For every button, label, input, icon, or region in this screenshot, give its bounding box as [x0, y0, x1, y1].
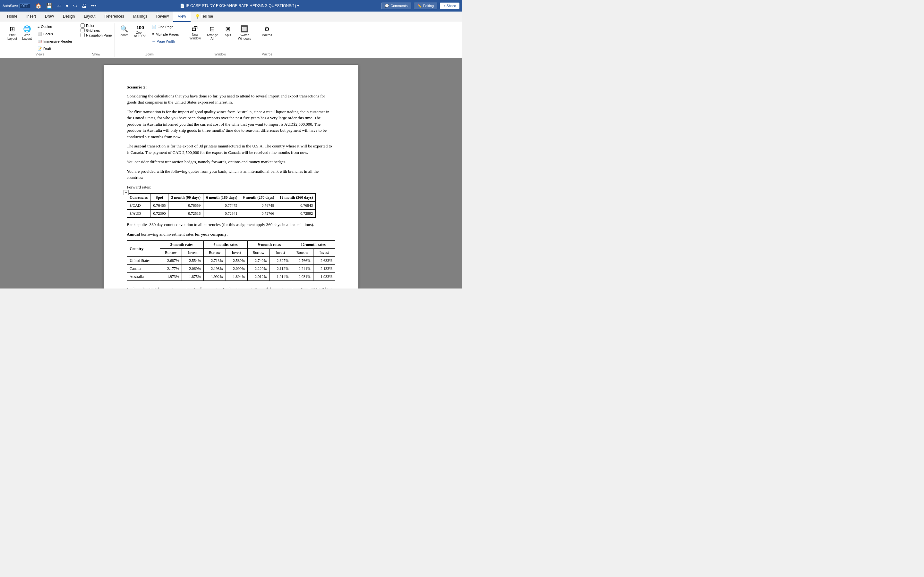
print-layout-icon: ⊞ — [10, 25, 15, 33]
autosave-toggle[interactable]: OFF — [19, 3, 30, 8]
arrange-all-button[interactable]: ⊟ ArrangeAll — [204, 23, 220, 42]
immersive-reader-button[interactable]: 📖 Immersive Reader — [35, 38, 74, 45]
split-icon: ⊠ — [225, 25, 231, 33]
zoom-icon: 🔍 — [120, 25, 128, 33]
ann-header-9m: 9-month rates — [247, 241, 291, 249]
tab-mailings[interactable]: Mailings — [129, 11, 152, 22]
tab-insert[interactable]: Insert — [22, 11, 40, 22]
tab-tellme[interactable]: 💡 Tell me — [191, 11, 218, 22]
comments-button[interactable]: 💬 Comments — [381, 3, 411, 9]
ann-sub-borrow1: Borrow — [160, 249, 182, 257]
table-add-btn[interactable]: + — [124, 190, 129, 195]
macros-group-content: ⚙ Macros — [259, 23, 274, 52]
ann-header-6m: 6 months rates — [204, 241, 248, 249]
multiple-pages-icon: ⧉ — [152, 32, 154, 36]
ruler-checkbox-label[interactable]: Ruler — [81, 23, 112, 27]
fwd-row-aud: $/AUD 0.72390 0.72516 0.72641 0.72766 0.… — [127, 210, 316, 218]
undo-dropdown[interactable]: ▾ — [65, 2, 69, 10]
tab-view[interactable]: View — [173, 11, 191, 22]
comments-label: Comments — [391, 4, 407, 8]
para3-prefix: The — [127, 143, 134, 148]
undo-btn[interactable]: ↩ — [56, 2, 63, 10]
split-button[interactable]: ⊠ Split — [222, 23, 234, 39]
views-group: ⊞ PrintLayout 🌐 WebLayout ≡ Outline ⬜ — [3, 23, 78, 57]
autosave-label: AutoSave — [3, 4, 18, 8]
tab-draw[interactable]: Draw — [40, 11, 58, 22]
ribbon-content: ⊞ PrintLayout 🌐 WebLayout ≡ Outline ⬜ — [0, 22, 462, 58]
forward-rates-table: Currencies Spot 3 month (90 days) 6 mont… — [127, 193, 316, 218]
focus-button[interactable]: ⬜ Focus — [35, 31, 74, 37]
share-label: Share — [447, 4, 456, 8]
macros-group: ⚙ Macros Macros — [257, 23, 277, 57]
tab-home[interactable]: Home — [3, 11, 22, 22]
autosave-section: AutoSave OFF — [3, 3, 30, 8]
right-actions: 💬 Comments ✏️ Editing ↑ Share — [381, 3, 459, 9]
gridlines-checkbox[interactable] — [81, 28, 85, 32]
multiple-pages-button[interactable]: ⧉ Multiple Pages — [150, 31, 181, 37]
arrange-all-icon: ⊟ — [210, 25, 215, 33]
more-btn[interactable]: ••• — [90, 2, 98, 9]
web-layout-button[interactable]: 🌐 WebLayout — [20, 23, 34, 42]
annual-label: Annual borrowing and investment rates fo… — [127, 231, 335, 237]
macros-icon: ⚙ — [264, 25, 270, 33]
para2-prefix: The — [127, 109, 134, 114]
share-button[interactable]: ↑ Share — [440, 3, 459, 9]
title-bar: AutoSave OFF 🏠 💾 ↩ ▾ ↪ 🖨 ••• 📄 IF CASE S… — [0, 0, 462, 11]
immersive-reader-icon: 📖 — [37, 39, 42, 43]
one-page-button[interactable]: 📄 One Page — [150, 23, 181, 30]
ann-header-3m: 3-month rates — [160, 241, 204, 249]
fwd-row-cad: $/CAD 0.76465 0.76559 0.77475 0.76748 0.… — [127, 201, 316, 210]
zoom-100-button[interactable]: 100 Zoomto 100% — [132, 23, 149, 39]
zoom-100-icon: 100 — [136, 25, 144, 30]
zoom-group: 🔍 Zoom 100 Zoomto 100% 📄 One Page ⧉ Mult… — [115, 23, 184, 57]
home-btn[interactable]: 🏠 — [34, 2, 43, 10]
forward-note: Bank applies 360 day-count convention to… — [127, 221, 335, 228]
window-label: Window — [187, 52, 254, 57]
page-width-button[interactable]: ↔ Page Width — [150, 38, 181, 45]
redo-btn[interactable]: ↪ — [71, 2, 78, 10]
switch-windows-button[interactable]: 🔲 SwitchWindows — [236, 23, 254, 42]
save-btn[interactable]: 💾 — [45, 2, 54, 10]
navigation-pane-checkbox-label[interactable]: Navigation Pane — [81, 33, 112, 37]
ruler-checkbox[interactable] — [81, 23, 85, 27]
outline-button[interactable]: ≡ Outline — [35, 23, 74, 30]
forward-rates-label: Forward rates: — [127, 184, 335, 190]
macros-button[interactable]: ⚙ Macros — [259, 23, 274, 39]
show-checkboxes: Ruler Gridlines Navigation Pane — [81, 23, 112, 37]
annual-bold2: for your company — [195, 232, 226, 237]
tab-references[interactable]: References — [100, 11, 128, 22]
views-label: Views — [5, 52, 74, 57]
navigation-pane-checkbox[interactable] — [81, 33, 85, 37]
annual-suffix: borrowing and investment rates — [140, 232, 195, 237]
ann-sub-borrow2: Borrow — [204, 249, 226, 257]
ann-sub-invest3: Invest — [270, 249, 291, 257]
fwd-header-spot: Spot — [150, 193, 168, 201]
print-layout-button[interactable]: ⊞ PrintLayout — [5, 23, 19, 42]
show-label: Show — [81, 52, 112, 57]
print-btn[interactable]: 🖨 — [80, 2, 88, 9]
tab-layout[interactable]: Layout — [79, 11, 100, 22]
document-area[interactable]: Scenario 2: Considering the calculations… — [0, 58, 462, 288]
para1: Considering the calculations that you ha… — [127, 93, 335, 105]
fwd-header-3m: 3 month (90 days) — [168, 193, 204, 201]
para2-suffix: transaction is for the import of good qu… — [127, 109, 329, 139]
editing-icon: ✏️ — [417, 4, 422, 8]
page-width-icon: ↔ — [152, 39, 155, 43]
annual-end: : — [226, 232, 228, 237]
ribbon: Home Insert Draw Design Layout Reference… — [0, 11, 462, 58]
scenario-heading: Scenario 2: — [127, 84, 335, 90]
fwd-header-9m: 9 month (270 days) — [240, 193, 277, 201]
tab-design[interactable]: Design — [58, 11, 79, 22]
fwd-header-currency: Currencies — [127, 193, 150, 201]
gridlines-checkbox-label[interactable]: Gridlines — [81, 28, 112, 32]
window-group: 🗗 NewWindow ⊟ ArrangeAll ⊠ Split 🔲 Switc… — [185, 23, 256, 57]
document-page[interactable]: Scenario 2: Considering the calculations… — [103, 65, 359, 288]
new-window-icon: 🗗 — [192, 25, 198, 32]
new-window-button[interactable]: 🗗 NewWindow — [187, 23, 204, 42]
zoom-button[interactable]: 🔍 Zoom — [118, 23, 131, 39]
draft-button[interactable]: 📝 Draft — [35, 45, 74, 52]
para4: You consider different transaction hedge… — [127, 159, 335, 165]
editing-button[interactable]: ✏️ Editing — [414, 3, 438, 9]
share-icon: ↑ — [443, 4, 445, 8]
tab-review[interactable]: Review — [152, 11, 173, 22]
